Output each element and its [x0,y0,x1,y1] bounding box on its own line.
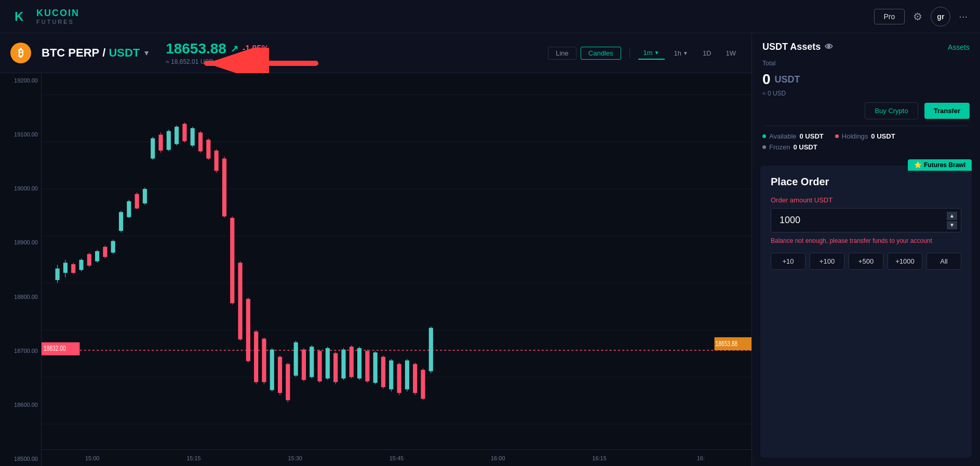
svg-rect-64 [246,299,250,361]
svg-rect-72 [278,357,282,393]
btc-icon: ₿ [10,43,31,63]
svg-rect-22 [79,260,83,270]
svg-rect-60 [230,218,234,304]
svg-rect-86 [333,353,338,382]
chart-section: ₿ BTC PERP / USDT ▼ 18653.88 ↗ -1.95% ≈ … [0,33,751,466]
candles-chart-btn[interactable]: Candles [581,47,621,60]
quick-500-button[interactable]: +500 [849,253,883,270]
svg-text:K: K [15,9,24,23]
svg-rect-82 [317,351,321,381]
svg-rect-38 [143,189,147,203]
svg-rect-80 [310,347,314,377]
svg-rect-46 [174,127,179,144]
y-axis: 19200.00 19100.00 19000.00 18900.00 1880… [0,73,42,466]
order-amount-label: Order amount USDT [771,196,961,204]
available-value: 0 USDT [800,132,824,140]
place-order-section: ⭐ Futures Brawl Place Order Order amount… [760,166,972,458]
line-chart-btn[interactable]: Line [548,47,576,60]
usdt-assets-title: USDT Assets 👁 [762,42,833,52]
svg-rect-90 [350,347,354,377]
svg-rect-40 [151,138,155,158]
svg-rect-62 [238,263,242,339]
available-row: Available 0 USDT Holdings 0 USDT [762,132,970,140]
logo-kucoin: KUCOIN [36,8,79,19]
symbol-base: BTC PERP [42,46,99,60]
svg-rect-42 [158,135,163,151]
x-label-1: 15:00 [42,455,143,461]
svg-rect-106 [413,364,417,393]
quick-1000-button[interactable]: +1000 [888,253,922,270]
logo-area: K KUCOIN FUTURES [12,7,79,26]
assets-header: USDT Assets 👁 Assets [752,33,980,58]
assets-title-text: USDT Assets [762,42,821,52]
buy-crypto-button[interactable]: Buy Crypto [865,102,918,119]
logo-futures: FUTURES [36,19,79,25]
svg-rect-66 [254,332,258,382]
more-options-icon[interactable]: ··· [959,10,968,22]
balance-error: Balance not enough, please transfer fund… [771,237,961,245]
futures-brawl-badge[interactable]: ⭐ Futures Brawl [908,159,972,171]
svg-rect-68 [262,339,266,382]
y-label-3: 19000.00 [14,185,38,191]
svg-rect-16 [56,268,60,280]
svg-rect-94 [365,351,369,381]
kucoin-logo-icon: K [12,7,31,26]
quick-all-button[interactable]: All [927,253,961,270]
svg-rect-20 [71,264,75,273]
available-label: Available [769,132,797,140]
svg-rect-88 [341,350,345,379]
assets-details: Available 0 USDT Holdings 0 USDT Frozen … [752,126,980,157]
futures-brawl-label: Futures Brawl [924,161,965,169]
assets-actions: Buy Crypto Transfer [752,102,980,126]
step-down-button[interactable]: ▼ [947,221,957,229]
symbol-separator: / [102,46,105,60]
x-label-6: 16:15 [548,455,650,461]
quick-10-button[interactable]: +10 [771,253,806,270]
svg-rect-102 [397,364,401,393]
time-1h-btn[interactable]: 1h ▼ [669,47,693,59]
logo-text: KUCOIN FUTURES [36,8,79,25]
settings-icon[interactable]: ⚙ [913,10,922,23]
avatar[interactable]: gr [931,7,950,26]
main-container: ₿ BTC PERP / USDT ▼ 18653.88 ↗ -1.95% ≈ … [0,33,980,466]
chart-canvas-area: 18632.00 [42,73,751,466]
eye-icon[interactable]: 👁 [825,43,833,52]
x-label-7: 16: [650,455,751,461]
svg-rect-18 [63,263,68,273]
transfer-button[interactable]: Transfer [924,103,970,119]
svg-rect-52 [198,132,203,151]
y-label-4: 18900.00 [14,239,38,245]
time-1m-btn[interactable]: 1m ▼ [638,47,665,60]
frozen-value: 0 USDT [793,143,817,151]
symbol-quote: USDT [109,46,140,60]
step-up-button[interactable]: ▲ [947,212,957,220]
total-usd: ≈ 0 USD [752,89,980,102]
holdings-value: 0 USDT [871,132,895,140]
candle-chart-wrapper: 19200.00 19100.00 19000.00 18900.00 1880… [0,73,751,466]
y-label-5: 18800.00 [14,294,38,300]
svg-rect-48 [182,124,186,141]
time-1d-btn[interactable]: 1D [697,47,717,59]
quick-100-button[interactable]: +100 [810,253,844,270]
symbol-dropdown-arrow[interactable]: ▼ [143,49,150,57]
svg-rect-78 [302,350,306,380]
y-label-1: 19200.00 [14,77,38,84]
svg-rect-74 [286,364,290,400]
svg-rect-76 [294,342,298,376]
svg-rect-98 [381,357,385,388]
available-dot [762,134,766,138]
assets-link[interactable]: Assets [948,43,970,51]
svg-rect-36 [135,194,139,209]
x-label-3: 15:30 [245,455,346,461]
svg-rect-34 [127,201,131,217]
place-order-title: Place Order [771,176,961,188]
time-1w-btn[interactable]: 1W [721,47,742,59]
pro-button[interactable]: Pro [874,9,905,24]
svg-rect-104 [405,361,409,390]
x-label-4: 15:45 [346,455,447,461]
svg-rect-56 [214,150,219,171]
header-right: Pro ⚙ gr ··· [874,7,968,26]
total-number: 0 [762,71,771,88]
svg-text:18653.88: 18653.88 [716,339,738,348]
order-amount-input[interactable] [771,208,961,232]
